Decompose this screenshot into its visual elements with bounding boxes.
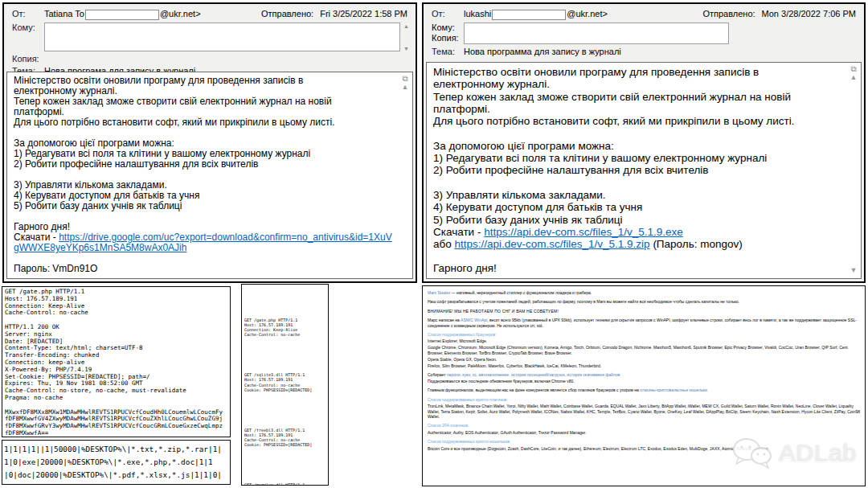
- download-line-zip: або https://api.dev-com.sc/files_1/v_5.1…: [433, 238, 845, 250]
- copy-page-icon[interactable]: ⧉: [848, 64, 859, 73]
- sent-value: Mon 3/28/2022 7:06 PM: [762, 9, 856, 18]
- from-value: Tatiana To@ukr.net>: [44, 9, 201, 20]
- grabber-config-box: 1|1|1|1||1|50000|%DESKTOP%\|*.txt,*.zip,…: [2, 440, 231, 485]
- to-label: Кому:: [12, 23, 44, 32]
- doc-section-heading-browsers: Список поддерживаемых браузеров:: [428, 332, 860, 337]
- doc-title-line: Mars Stealer — нативный, нерезидентный с…: [428, 290, 860, 295]
- email-header: От: lukashi@ukr.net> Отправлено:Mon 3/28…: [424, 4, 864, 56]
- subject-value: Нова программа для запису в журналі: [464, 47, 621, 56]
- doc-browser-list: Google Chrome, Chromium, Microsoft Edge …: [428, 345, 860, 355]
- to-field[interactable]: [44, 23, 400, 51]
- download-link[interactable]: https://drive.google.com/uc?export=downl…: [14, 232, 392, 253]
- sent-info: Отправлено:Mon 3/28/2022 7:06 PM: [702, 9, 856, 18]
- closing-line: Гарного дня!: [433, 262, 845, 274]
- scroll-up-icon[interactable]: ▲: [403, 23, 409, 29]
- sent-label: Отправлено:: [261, 9, 313, 18]
- doc-paragraph: Главным функционалом, выделяющим нас на …: [428, 388, 860, 392]
- email-panel-right: От: lukashi@ukr.net> Отправлено:Mon 3/28…: [422, 2, 866, 283]
- body-scroll-up-icon[interactable]: ▲: [850, 73, 858, 81]
- download-line-exe: Скачати - https://api.dev-com.sc/files_1…: [433, 226, 845, 238]
- from-value: lukashi@ukr.net>: [464, 9, 608, 20]
- report-composite: От: Tatiana To@ukr.net> Отправлено:Fri 3…: [0, 0, 868, 488]
- password-line: Пароль: VmDn91O: [14, 264, 396, 274]
- http-request-block: GET /sqlite3.dll HTTP/1.1 Host: 176.57.1…: [244, 372, 326, 392]
- scroll-down-icon[interactable]: ▼: [403, 46, 409, 51]
- doc-browser-list: Opera Stable, Opera GX, Opera Neon.: [428, 357, 860, 362]
- http-request-block: GET /gate.php HTTP/1.1 Host: 176.57.189.…: [244, 318, 326, 337]
- from-row: От: lukashi@ukr.net> Отправлено:Mon 3/28…: [432, 9, 858, 20]
- http-request-response-capture: GET /gate.php HTTP/1.1 Host: 176.57.189.…: [2, 286, 231, 437]
- mars-stealer-link[interactable]: Mars Stealer: [428, 290, 450, 295]
- copy-page-icon[interactable]: ⧉: [399, 74, 411, 83]
- body-scroll-up-icon[interactable]: ▲: [402, 83, 409, 91]
- subject-row: Тема: Нова программа для запису в журнал…: [432, 47, 858, 56]
- to-row: Кому: ▲ ▼: [12, 23, 409, 51]
- http-request-block: GET /freebl3.dll HTTP/1.1 Host: 176.57.1…: [244, 428, 326, 447]
- sent-value: Fri 3/25/2022 1:58 PM: [320, 9, 407, 18]
- doc-collects-line: Собирает пароли, куки, сс, автозаполнени…: [428, 372, 860, 377]
- cc-label: Копия:: [432, 33, 464, 43]
- body-scroll-down-icon[interactable]: ▼: [848, 265, 859, 277]
- cc-label: Копия:: [12, 54, 44, 64]
- doc-browser-list: Firefox, Slim Browser, PaleMoon, Waterfo…: [428, 363, 860, 368]
- doc-crypto-plugin-list: TronLink, MetaMask, Binance Chain Wallet…: [428, 404, 860, 419]
- http-request-block: GET /mozglue.dll HTTP/1.1 Host: 176.57.1…: [244, 482, 326, 486]
- doc-section-heading-crypto-plugins: Список поддерживаемых крипто-плагинов:: [428, 397, 860, 402]
- redacted-sender-box: [85, 10, 159, 20]
- from-label: От:: [432, 9, 464, 18]
- email-header: От: Tatiana To@ukr.net> Отправлено:Fri 3…: [4, 4, 416, 76]
- email-body: ⧉ ▲ Міністерство освіти оновили програму…: [6, 72, 413, 279]
- email-panel-left: От: Tatiana To@ukr.net> Отправлено:Fri 3…: [2, 2, 417, 283]
- download-link-zip[interactable]: https://api.dev-com.sc/files_1/v_5.1.9.z…: [455, 238, 650, 250]
- from-label: От:: [12, 9, 44, 18]
- doc-paragraph: Марс написан на ASM/C WinApi, весит всег…: [428, 318, 860, 328]
- dll-request-capture: GET /gate.php HTTP/1.1 Host: 176.57.189.…: [241, 284, 329, 486]
- doc-browser-list: Internet Explorer, Microsoft Edge.: [428, 338, 860, 343]
- doc-wallet-list: Bitcoin Core и все производные (Dogecoin…: [428, 446, 860, 451]
- doc-warning-line: ВНИМАНИЕ! МЫ НЕ РАБОТАЕМ ПО СНГ И ВАМ НЕ…: [428, 309, 860, 314]
- doc-section-heading-2fa: Список 2FA-плагинов:: [428, 423, 860, 428]
- download-line: Скачати - https://drive.google.com/uc?ex…: [14, 232, 396, 253]
- redacted-sender-box: [492, 10, 566, 20]
- doc-paragraph: Поддерживаются все последние обновления …: [428, 379, 860, 383]
- email-body: ⧉ ▲ ▼ Міністерство освіти оновили програ…: [426, 62, 862, 279]
- sent-label: Отправлено:: [702, 9, 755, 18]
- sent-info: Отправлено:Fri 3/25/2022 1:58 PM: [261, 9, 407, 18]
- doc-paragraph: Наш софт разрабатывался с учетом пожелан…: [428, 299, 860, 304]
- from-row: От: Tatiana To@ukr.net> Отправлено:Fri 3…: [12, 9, 409, 20]
- doc-section-heading-wallets: Список поддерживаемых крипто-кошельков:: [428, 439, 860, 444]
- download-link-exe[interactable]: https://api.dev-com.sc/files_1/v_5.1.9.e…: [484, 226, 683, 238]
- doc-2fa-list: Authenticator, Authy, EOS Authenticator,…: [428, 430, 860, 435]
- subject-label: Тема:: [432, 47, 464, 56]
- mars-stealer-ad-document: Mars Stealer — нативный, нерезидентный с…: [422, 285, 866, 486]
- email-body-text: Міністерство освіти оновили програму для…: [14, 76, 396, 232]
- to-cc-row: Кому: Копия:: [432, 23, 858, 44]
- email-body-text: Міністерство освіти оновили програму для…: [433, 66, 845, 226]
- to-label: Кому:: [432, 23, 464, 33]
- cc-row: Копия:: [12, 54, 409, 64]
- to-field[interactable]: [464, 23, 729, 44]
